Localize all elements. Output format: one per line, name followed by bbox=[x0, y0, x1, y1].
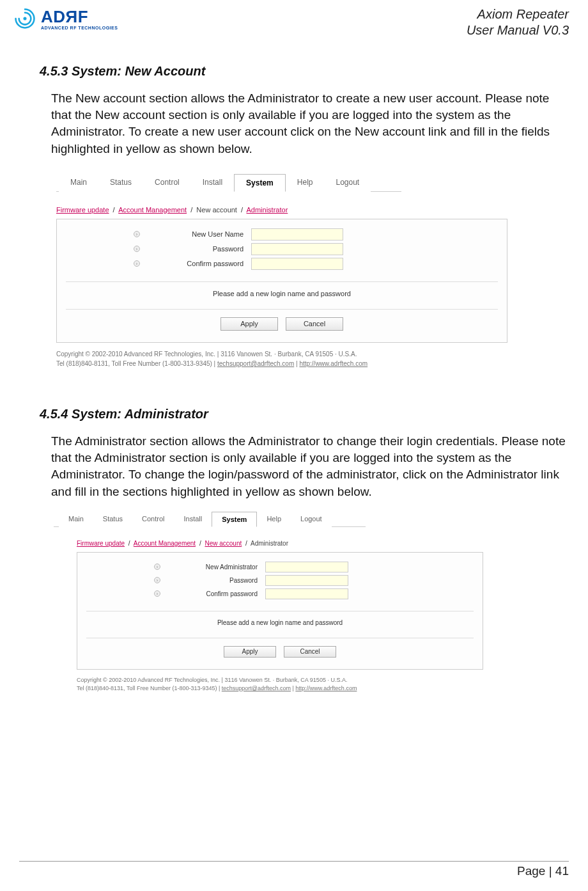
tab-control[interactable]: Control bbox=[143, 174, 191, 192]
logo-text: ADЯF bbox=[41, 7, 118, 27]
screenshot-footer: Copyright © 2002-2010 Advanced RF Techno… bbox=[56, 349, 513, 368]
logo: ADЯF ADVANCED RF TECHNOLOGIES bbox=[13, 6, 118, 31]
label-password: Password bbox=[149, 245, 251, 253]
panel-message: Please add a new login name and password bbox=[77, 619, 483, 626]
form-row-admin: New Administrator bbox=[77, 562, 483, 572]
tab-logout[interactable]: Logout bbox=[291, 512, 332, 527]
tab-install[interactable]: Install bbox=[174, 512, 212, 527]
panel-message: Please add a new login name and password bbox=[57, 290, 507, 297]
footer-copyright: Copyright © 2002-2010 Advanced RF Techno… bbox=[77, 676, 486, 685]
bullet-icon bbox=[154, 577, 160, 583]
breadcrumb-new-account[interactable]: New account bbox=[205, 540, 242, 547]
divider bbox=[66, 281, 498, 282]
apply-button[interactable]: Apply bbox=[224, 646, 276, 658]
form-row-confirm: Confirm password bbox=[57, 258, 507, 270]
tab-help[interactable]: Help bbox=[286, 174, 325, 192]
input-confirm[interactable] bbox=[251, 258, 343, 270]
section-paragraph-2: The Administrator section allows the Adm… bbox=[51, 433, 569, 500]
form-row-password: Password bbox=[57, 243, 507, 255]
label-admin: New Administrator bbox=[169, 564, 265, 571]
breadcrumb-account-mgmt[interactable]: Account Management bbox=[118, 206, 187, 214]
bullet-icon bbox=[154, 564, 160, 570]
button-row: Apply Cancel bbox=[57, 317, 507, 331]
tab-bar: Main Status Control Install System Help … bbox=[51, 512, 486, 527]
divider bbox=[66, 309, 498, 310]
input-password[interactable] bbox=[251, 243, 343, 255]
tab-install[interactable]: Install bbox=[191, 174, 234, 192]
breadcrumb: Firmware update / Account Management / N… bbox=[77, 540, 486, 547]
form-row-password: Password bbox=[77, 575, 483, 586]
section-heading-1: 4.5.3 System: New Account bbox=[40, 64, 569, 79]
tab-help[interactable]: Help bbox=[257, 512, 291, 527]
form-row-confirm: Confirm password bbox=[77, 588, 483, 599]
input-confirm[interactable] bbox=[265, 588, 348, 599]
page-footer: Page | 41 bbox=[19, 861, 569, 878]
footer-url-link[interactable]: http://www.adrftech.com bbox=[299, 360, 368, 367]
label-confirm: Confirm password bbox=[149, 260, 251, 267]
header-title-line2: User Manual V0.3 bbox=[467, 22, 569, 38]
svg-point-0 bbox=[23, 17, 26, 20]
button-row: Apply Cancel bbox=[77, 646, 483, 658]
screenshot-new-account: Main Status Control Install System Help … bbox=[51, 169, 513, 368]
divider bbox=[86, 611, 474, 611]
footer-tel: Tel (818)840-8131, Toll Free Number (1-8… bbox=[77, 685, 222, 691]
form-panel: New Administrator Password Confirm passw… bbox=[77, 552, 483, 670]
tab-logout[interactable]: Logout bbox=[324, 174, 371, 192]
footer-email-link[interactable]: techsupport@adrftech.com bbox=[217, 360, 294, 367]
tab-main[interactable]: Main bbox=[59, 512, 93, 527]
form-row-username: New User Name bbox=[57, 228, 507, 240]
bullet-icon bbox=[134, 260, 140, 267]
breadcrumb-administrator[interactable]: Administrator bbox=[247, 206, 288, 214]
label-password: Password bbox=[169, 577, 265, 584]
cancel-button[interactable]: Cancel bbox=[284, 646, 336, 658]
page-number: Page | 41 bbox=[517, 864, 569, 878]
logo-subtext: ADVANCED RF TECHNOLOGIES bbox=[41, 26, 118, 30]
screenshot-administrator: Main Status Control Install System Help … bbox=[51, 512, 486, 693]
bullet-icon bbox=[134, 231, 140, 237]
section-paragraph-1: The New account section allows the Admin… bbox=[51, 90, 569, 157]
tab-status[interactable]: Status bbox=[93, 512, 132, 527]
input-username[interactable] bbox=[251, 228, 343, 240]
footer-url-link[interactable]: http://www.adrftech.com bbox=[295, 685, 357, 691]
header-title-line1: Axiom Repeater bbox=[467, 6, 569, 22]
tab-bar: Main Status Control Install System Help … bbox=[51, 169, 513, 192]
cancel-button[interactable]: Cancel bbox=[286, 317, 343, 331]
page-header: ADЯF ADVANCED RF TECHNOLOGIES Axiom Repe… bbox=[0, 0, 588, 38]
bullet-icon bbox=[134, 246, 140, 252]
label-confirm: Confirm password bbox=[169, 590, 265, 597]
header-title: Axiom Repeater User Manual V0.3 bbox=[467, 6, 569, 38]
form-panel: New User Name Password Confirm password … bbox=[56, 219, 507, 343]
footer-copyright: Copyright © 2002-2010 Advanced RF Techno… bbox=[56, 349, 513, 359]
screenshot-footer: Copyright © 2002-2010 Advanced RF Techno… bbox=[77, 676, 486, 693]
breadcrumb: Firmware update / Account Management / N… bbox=[56, 206, 513, 214]
tab-main[interactable]: Main bbox=[59, 174, 98, 192]
footer-email-link[interactable]: techsupport@adrftech.com bbox=[222, 685, 291, 691]
breadcrumb-account-mgmt[interactable]: Account Management bbox=[134, 540, 196, 547]
divider bbox=[86, 638, 474, 638]
tab-control[interactable]: Control bbox=[132, 512, 174, 527]
logo-swirl-icon bbox=[13, 6, 37, 31]
bullet-icon bbox=[154, 590, 160, 597]
breadcrumb-new-account: New account bbox=[196, 206, 237, 214]
apply-button[interactable]: Apply bbox=[220, 317, 278, 331]
input-password[interactable] bbox=[265, 575, 348, 586]
label-username: New User Name bbox=[149, 230, 251, 238]
breadcrumb-administrator: Administrator bbox=[251, 540, 288, 547]
breadcrumb-firmware[interactable]: Firmware update bbox=[56, 206, 109, 214]
tab-status[interactable]: Status bbox=[98, 174, 143, 192]
tab-system[interactable]: System bbox=[234, 174, 286, 192]
section-heading-2: 4.5.4 System: Administrator bbox=[40, 407, 569, 422]
footer-tel: Tel (818)840-8131, Toll Free Number (1-8… bbox=[56, 360, 217, 367]
tab-system[interactable]: System bbox=[212, 512, 257, 527]
breadcrumb-firmware[interactable]: Firmware update bbox=[77, 540, 125, 547]
input-admin[interactable] bbox=[265, 562, 348, 572]
